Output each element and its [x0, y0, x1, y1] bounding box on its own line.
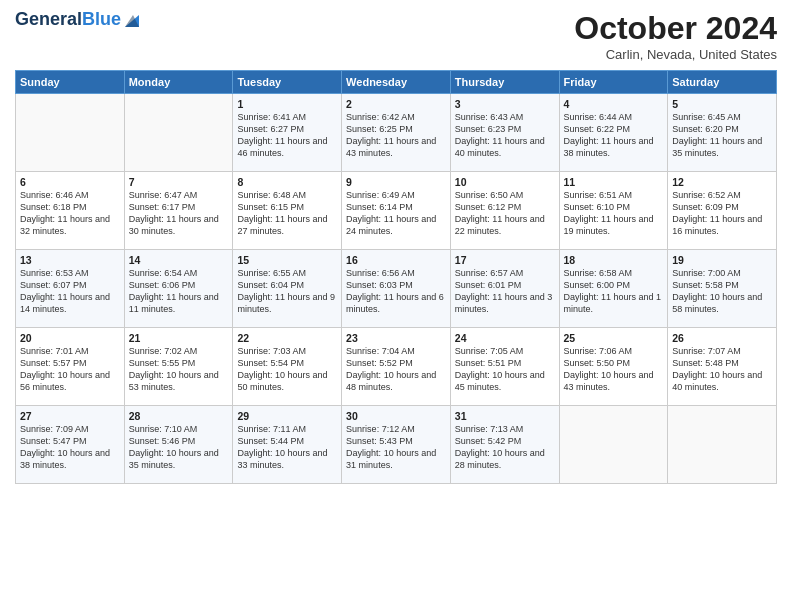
header-cell-sunday: Sunday — [16, 71, 125, 94]
header-cell-monday: Monday — [124, 71, 233, 94]
calendar-cell: 7Sunrise: 6:47 AMSunset: 6:17 PMDaylight… — [124, 172, 233, 250]
day-info: Sunrise: 6:52 AMSunset: 6:09 PMDaylight:… — [672, 189, 772, 238]
day-number: 20 — [20, 332, 120, 344]
calendar-cell: 24Sunrise: 7:05 AMSunset: 5:51 PMDayligh… — [450, 328, 559, 406]
calendar-cell: 6Sunrise: 6:46 AMSunset: 6:18 PMDaylight… — [16, 172, 125, 250]
day-info: Sunrise: 6:49 AMSunset: 6:14 PMDaylight:… — [346, 189, 446, 238]
day-number: 23 — [346, 332, 446, 344]
calendar-cell: 10Sunrise: 6:50 AMSunset: 6:12 PMDayligh… — [450, 172, 559, 250]
day-number: 21 — [129, 332, 229, 344]
day-info: Sunrise: 6:48 AMSunset: 6:15 PMDaylight:… — [237, 189, 337, 238]
day-info: Sunrise: 7:12 AMSunset: 5:43 PMDaylight:… — [346, 423, 446, 472]
calendar-week-0: 1Sunrise: 6:41 AMSunset: 6:27 PMDaylight… — [16, 94, 777, 172]
calendar-cell: 1Sunrise: 6:41 AMSunset: 6:27 PMDaylight… — [233, 94, 342, 172]
header-cell-thursday: Thursday — [450, 71, 559, 94]
calendar-cell: 18Sunrise: 6:58 AMSunset: 6:00 PMDayligh… — [559, 250, 668, 328]
calendar-cell: 26Sunrise: 7:07 AMSunset: 5:48 PMDayligh… — [668, 328, 777, 406]
day-number: 15 — [237, 254, 337, 266]
calendar-cell: 21Sunrise: 7:02 AMSunset: 5:55 PMDayligh… — [124, 328, 233, 406]
day-number: 31 — [455, 410, 555, 422]
calendar-week-4: 27Sunrise: 7:09 AMSunset: 5:47 PMDayligh… — [16, 406, 777, 484]
day-info: Sunrise: 7:09 AMSunset: 5:47 PMDaylight:… — [20, 423, 120, 472]
title-block: October 2024 Carlin, Nevada, United Stat… — [574, 10, 777, 62]
day-info: Sunrise: 7:03 AMSunset: 5:54 PMDaylight:… — [237, 345, 337, 394]
calendar-cell: 27Sunrise: 7:09 AMSunset: 5:47 PMDayligh… — [16, 406, 125, 484]
calendar-cell: 3Sunrise: 6:43 AMSunset: 6:23 PMDaylight… — [450, 94, 559, 172]
calendar-cell — [668, 406, 777, 484]
day-number: 28 — [129, 410, 229, 422]
day-number: 7 — [129, 176, 229, 188]
calendar-cell: 15Sunrise: 6:55 AMSunset: 6:04 PMDayligh… — [233, 250, 342, 328]
calendar-cell: 16Sunrise: 6:56 AMSunset: 6:03 PMDayligh… — [342, 250, 451, 328]
logo: GeneralBlue — [15, 10, 141, 30]
day-number: 11 — [564, 176, 664, 188]
day-info: Sunrise: 6:54 AMSunset: 6:06 PMDaylight:… — [129, 267, 229, 316]
day-number: 29 — [237, 410, 337, 422]
month-title: October 2024 — [574, 10, 777, 47]
day-info: Sunrise: 7:13 AMSunset: 5:42 PMDaylight:… — [455, 423, 555, 472]
header-cell-saturday: Saturday — [668, 71, 777, 94]
day-number: 5 — [672, 98, 772, 110]
calendar-cell — [16, 94, 125, 172]
day-info: Sunrise: 6:42 AMSunset: 6:25 PMDaylight:… — [346, 111, 446, 160]
day-number: 13 — [20, 254, 120, 266]
calendar-cell — [559, 406, 668, 484]
day-number: 10 — [455, 176, 555, 188]
calendar-cell: 19Sunrise: 7:00 AMSunset: 5:58 PMDayligh… — [668, 250, 777, 328]
header-cell-tuesday: Tuesday — [233, 71, 342, 94]
day-info: Sunrise: 7:04 AMSunset: 5:52 PMDaylight:… — [346, 345, 446, 394]
day-number: 1 — [237, 98, 337, 110]
header: GeneralBlue October 2024 Carlin, Nevada,… — [15, 10, 777, 62]
day-info: Sunrise: 7:07 AMSunset: 5:48 PMDaylight:… — [672, 345, 772, 394]
day-info: Sunrise: 6:56 AMSunset: 6:03 PMDaylight:… — [346, 267, 446, 316]
day-info: Sunrise: 6:55 AMSunset: 6:04 PMDaylight:… — [237, 267, 337, 316]
day-number: 26 — [672, 332, 772, 344]
header-row: SundayMondayTuesdayWednesdayThursdayFrid… — [16, 71, 777, 94]
calendar-cell: 14Sunrise: 6:54 AMSunset: 6:06 PMDayligh… — [124, 250, 233, 328]
calendar-cell: 20Sunrise: 7:01 AMSunset: 5:57 PMDayligh… — [16, 328, 125, 406]
day-number: 12 — [672, 176, 772, 188]
day-number: 9 — [346, 176, 446, 188]
day-number: 17 — [455, 254, 555, 266]
calendar-cell: 5Sunrise: 6:45 AMSunset: 6:20 PMDaylight… — [668, 94, 777, 172]
calendar-cell: 2Sunrise: 6:42 AMSunset: 6:25 PMDaylight… — [342, 94, 451, 172]
day-info: Sunrise: 6:44 AMSunset: 6:22 PMDaylight:… — [564, 111, 664, 160]
calendar-cell: 8Sunrise: 6:48 AMSunset: 6:15 PMDaylight… — [233, 172, 342, 250]
day-number: 8 — [237, 176, 337, 188]
calendar-week-1: 6Sunrise: 6:46 AMSunset: 6:18 PMDaylight… — [16, 172, 777, 250]
day-info: Sunrise: 6:50 AMSunset: 6:12 PMDaylight:… — [455, 189, 555, 238]
calendar-cell: 11Sunrise: 6:51 AMSunset: 6:10 PMDayligh… — [559, 172, 668, 250]
calendar-header: SundayMondayTuesdayWednesdayThursdayFrid… — [16, 71, 777, 94]
calendar-cell: 23Sunrise: 7:04 AMSunset: 5:52 PMDayligh… — [342, 328, 451, 406]
calendar-cell: 25Sunrise: 7:06 AMSunset: 5:50 PMDayligh… — [559, 328, 668, 406]
day-info: Sunrise: 6:41 AMSunset: 6:27 PMDaylight:… — [237, 111, 337, 160]
calendar-week-2: 13Sunrise: 6:53 AMSunset: 6:07 PMDayligh… — [16, 250, 777, 328]
day-info: Sunrise: 7:01 AMSunset: 5:57 PMDaylight:… — [20, 345, 120, 394]
calendar-cell: 31Sunrise: 7:13 AMSunset: 5:42 PMDayligh… — [450, 406, 559, 484]
day-info: Sunrise: 7:05 AMSunset: 5:51 PMDaylight:… — [455, 345, 555, 394]
header-cell-wednesday: Wednesday — [342, 71, 451, 94]
day-number: 16 — [346, 254, 446, 266]
calendar-cell: 9Sunrise: 6:49 AMSunset: 6:14 PMDaylight… — [342, 172, 451, 250]
day-number: 19 — [672, 254, 772, 266]
day-number: 6 — [20, 176, 120, 188]
day-number: 27 — [20, 410, 120, 422]
calendar-week-3: 20Sunrise: 7:01 AMSunset: 5:57 PMDayligh… — [16, 328, 777, 406]
day-number: 25 — [564, 332, 664, 344]
day-info: Sunrise: 6:47 AMSunset: 6:17 PMDaylight:… — [129, 189, 229, 238]
day-info: Sunrise: 6:58 AMSunset: 6:00 PMDaylight:… — [564, 267, 664, 316]
calendar-cell: 22Sunrise: 7:03 AMSunset: 5:54 PMDayligh… — [233, 328, 342, 406]
day-number: 3 — [455, 98, 555, 110]
day-number: 4 — [564, 98, 664, 110]
day-info: Sunrise: 7:06 AMSunset: 5:50 PMDaylight:… — [564, 345, 664, 394]
calendar-cell: 29Sunrise: 7:11 AMSunset: 5:44 PMDayligh… — [233, 406, 342, 484]
day-number: 22 — [237, 332, 337, 344]
logo-text: GeneralBlue — [15, 10, 121, 30]
calendar-body: 1Sunrise: 6:41 AMSunset: 6:27 PMDaylight… — [16, 94, 777, 484]
header-cell-friday: Friday — [559, 71, 668, 94]
calendar-cell: 30Sunrise: 7:12 AMSunset: 5:43 PMDayligh… — [342, 406, 451, 484]
day-info: Sunrise: 6:51 AMSunset: 6:10 PMDaylight:… — [564, 189, 664, 238]
day-info: Sunrise: 6:53 AMSunset: 6:07 PMDaylight:… — [20, 267, 120, 316]
day-info: Sunrise: 6:45 AMSunset: 6:20 PMDaylight:… — [672, 111, 772, 160]
day-number: 30 — [346, 410, 446, 422]
